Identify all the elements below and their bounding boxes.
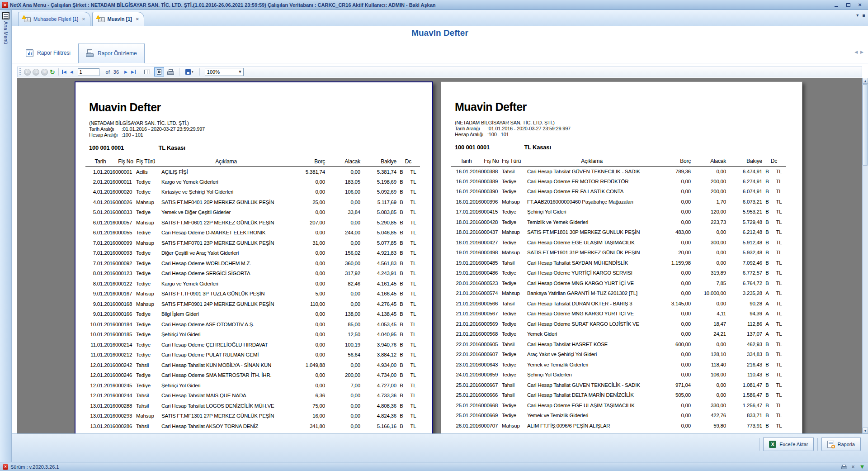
table-row: 9.01.2016000166TediyeBilgi İşlem Gideri0… (85, 309, 420, 319)
report-title: Muavin Defter (455, 100, 788, 114)
report-button[interactable]: Raporla (821, 437, 861, 451)
excel-icon: X (769, 441, 776, 448)
report-button-label: Raporla (837, 442, 855, 447)
save-export-icon[interactable]: ▾ (183, 67, 196, 76)
main-menu-vertical-tab[interactable]: Ana Menü (3, 21, 9, 44)
tab-muavin[interactable]: Muavin [1] × (92, 12, 144, 26)
separator (817, 438, 818, 451)
previous-page-button[interactable]: ◀ (69, 70, 74, 74)
scroll-right-icon[interactable]: ▶ (860, 50, 863, 54)
window-title: NetX Ana Menu - Çalışılan Şirket : NETAD… (10, 2, 833, 8)
table-row: 11.01.2016000214TediyeCari Hesap Odeme Ç… (85, 340, 420, 350)
ledger-book-icon (96, 16, 105, 22)
bottom-panel: X Excel'e Aktar Raporla (12, 433, 868, 462)
account-name: TL Kasası (524, 144, 551, 151)
report-page-1: Muavin Defter (NETADAM BİLGİSAYAR SAN. T… (75, 81, 433, 433)
restore-button[interactable] (844, 2, 852, 8)
tab-label: Muhasebe Fişleri [1] (33, 16, 78, 22)
tab-close-icon[interactable]: × (136, 17, 139, 21)
table-row: 10.01.2016000184TediyeCari Hesap Odeme A… (85, 319, 420, 330)
print-small-icon[interactable] (841, 464, 847, 470)
report-filter-icon (26, 49, 33, 57)
first-page-button[interactable]: ◀ (62, 70, 67, 74)
table-row: 10.01.2016000185TediyeŞehiriçi Yol Gider… (85, 329, 420, 340)
report-company: (NETADAM BİLGİSAYAR SAN. TİC. LTD. ŞTİ.) (455, 120, 788, 126)
table-header-row: Tarih Fiş No Fiş Türü Açıklama Borç Alac… (451, 156, 786, 166)
table-row: 22.01.2016000607TediyeAraç Yakıt ve Şehi… (451, 349, 786, 360)
table-row: 16.01.2016000396MahsupFT.AAB201600000046… (451, 197, 786, 207)
table-row: 12.01.2016000245TediyeŞehiriçi Yol Gider… (85, 381, 420, 391)
forward-button[interactable]: → (33, 69, 39, 76)
account-code: 100 001 0001 (89, 144, 157, 151)
table-row: 6.01.2016000055TediyeCari Hesap Odeme D-… (85, 228, 420, 238)
document-tabstrip: Muhasebe Fişleri [1] × Muavin [1] × ▾ ▪ (12, 10, 868, 26)
table-row: 13.01.2016000286TahsilCari Hesap Tahsila… (85, 421, 420, 432)
table-row: 18.01.2016000428TediyeTemizlik ve Yemek … (451, 217, 786, 228)
export-excel-button[interactable]: X Excel'e Aktar (763, 437, 814, 451)
account-code: 100 001 0001 (455, 144, 523, 151)
main-content: Muavin Defter Rapor Filitresi Rapor Öniz… (12, 26, 868, 462)
subtab-label: Rapor Önizleme (98, 50, 137, 57)
table-row: 9.01.2016000168MahsupSATIS FT.MF0901 24P… (85, 299, 420, 309)
of-label: of (106, 69, 110, 75)
scrollbar-thumb[interactable] (863, 84, 868, 166)
preview-scrollbar[interactable]: ▲ ▼ (862, 78, 868, 433)
table-row: 12.01.2016000246TediyeCari Hesap Odeme S… (85, 370, 420, 381)
table-row: 12.01.2016000244TahsilCari Hesap Tahsila… (85, 390, 420, 401)
chevron-down-icon: ▼ (237, 68, 243, 76)
report-company: (NETADAM BİLGİSAYAR SAN. TİC. LTD. ŞTİ.) (89, 120, 419, 126)
account-range-label: Hesap Aralığı (89, 132, 122, 138)
back-button[interactable]: ← (24, 69, 31, 76)
toolbar-grip[interactable] (19, 68, 21, 76)
scroll-up-icon[interactable]: ▲ (863, 78, 868, 84)
report-preview-area: Muavin Defter (NETADAM BİLGİSAYAR SAN. T… (17, 78, 862, 433)
zoom-value: 100% (205, 69, 237, 75)
table-header-row: Tarih Fiş No Fiş Türü Açıklama Borç Alac… (85, 157, 420, 167)
date-range-value: :01.01.2016 - 2020-03-27 23:59:29.997 (487, 126, 571, 132)
subtab-rapor-onizleme[interactable]: Rapor Önizleme (78, 43, 145, 63)
tab-close-icon[interactable]: × (82, 17, 85, 21)
status-app-icon: × (3, 464, 8, 470)
table-row: 17.01.2016000415TediyeŞehiriçi Yol Gider… (451, 207, 786, 217)
tab-list-chevron-icon[interactable]: ▾ (856, 13, 859, 18)
stop-button[interactable]: × (41, 69, 48, 76)
scroll-down-icon[interactable]: ▼ (863, 428, 868, 433)
close-button[interactable]: × (856, 2, 863, 8)
export-down-icon[interactable]: ▼ (859, 464, 865, 470)
table-row: 9.01.2016000167MahsupSATIS FT.TF0901 3P … (85, 289, 420, 299)
table-row: 25.01.2016000667TahsilCari Hesap Tahsila… (451, 380, 786, 390)
page-setup-icon[interactable] (142, 67, 152, 76)
last-page-button[interactable]: ▶ (130, 70, 136, 74)
table-row: 2.01.2016000011TediyeKargo ve Yemek Gide… (85, 177, 420, 187)
table-row: 22.01.2016000605TahsilCari Hesap Tahsila… (451, 339, 786, 350)
page-number-input[interactable] (78, 68, 99, 76)
table-row: 7.01.2016000092TediyeCari Hesap Odeme WO… (85, 258, 420, 269)
tab-muhasebe-fisleri[interactable]: Muhasebe Fişleri [1] × (18, 12, 90, 26)
pin-icon[interactable]: ▪ (862, 13, 865, 18)
window-controls: × (833, 2, 866, 8)
ledger-table: Tarih Fiş No Fiş Türü Açıklama Borç Alac… (85, 157, 420, 431)
table-row: 24.01.2016000659TediyeŞehiriçi Yol Gider… (451, 370, 786, 380)
zoom-select[interactable]: 100% ▼ (205, 68, 244, 76)
table-row: 8.01.2016000123TediyeCari Hesap Odeme SE… (85, 268, 420, 279)
main-menu-icon[interactable] (2, 12, 9, 19)
table-row: 4.01.2016000020TediyeKırtasiye ve Şehiri… (85, 187, 420, 197)
next-page-button[interactable]: ▶ (123, 70, 128, 74)
account-range-value: :100 - 101 (487, 132, 509, 138)
preview-toolbar: ← → × ↻ ◀ ◀ of 36 ▶ ▶ ▾ 100% ▼ (17, 67, 862, 77)
close-small-icon[interactable]: × (850, 464, 856, 470)
table-row: 21.01.2016000567TediyeCari Hesap Odeme M… (451, 309, 786, 319)
refresh-icon[interactable]: ↻ (50, 69, 55, 75)
table-row: 5.01.2016000033TediyeYemek ve Diğer Çeşi… (85, 207, 420, 218)
print-preview-icon[interactable] (154, 67, 164, 76)
print-icon[interactable] (166, 67, 176, 76)
table-row: 7.01.2016000099MahsupSATIS FT.MF0701 23P… (85, 238, 420, 248)
report-title: Muavin Defter (89, 100, 419, 114)
subtab-rapor-filtresi[interactable]: Rapor Filitresi (18, 43, 78, 63)
app-icon: × (2, 2, 8, 8)
table-row: 25.01.2016000668TediyeCari Hesap Odeme E… (451, 400, 786, 411)
ledger-table: Tarih Fiş No Fiş Türü Açıklama Borç Alac… (451, 156, 786, 431)
scroll-left-icon[interactable]: ◀ (854, 50, 858, 54)
export-excel-label: Excel'e Aktar (779, 442, 808, 447)
minimize-button[interactable] (833, 2, 840, 8)
